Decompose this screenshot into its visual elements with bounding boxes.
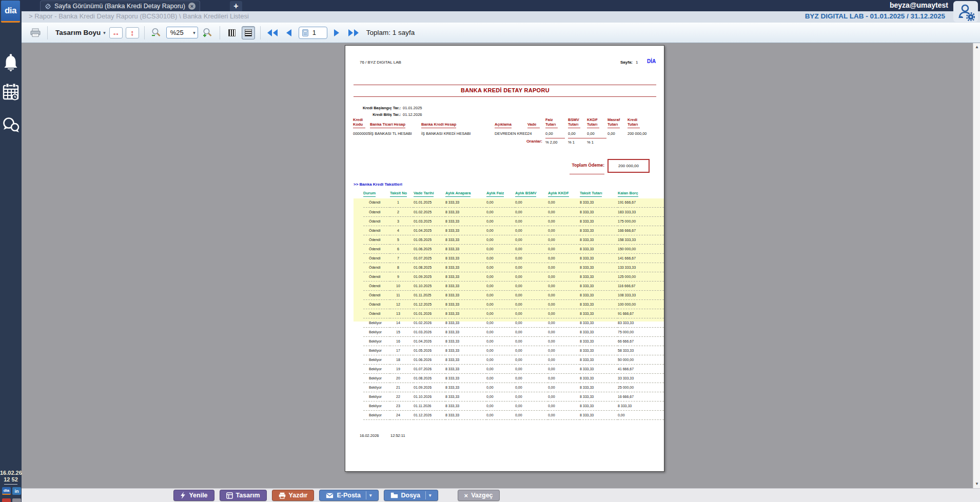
vertical-scrollbar[interactable]: ▲ ▼ [973, 43, 980, 488]
close-icon[interactable]: × [188, 3, 195, 10]
last-page-icon [348, 29, 359, 37]
installment-row: Ödendi401.04.20258 333,330,000,000,008 3… [363, 226, 664, 235]
report-brand: DİA [647, 58, 656, 64]
social-links-row2 [2, 498, 21, 502]
first-page-button[interactable] [266, 26, 279, 39]
scroll-down-icon[interactable]: ▼ [973, 480, 980, 488]
refresh-button[interactable]: Yenile [173, 490, 214, 501]
installment-row: Ödendi501.05.20258 333,330,000,000,008 3… [363, 235, 664, 244]
user-menu-button[interactable] [953, 1, 978, 22]
report-company-header: 76 / BYZ DIGITAL LAB [360, 60, 401, 65]
breadcrumb: > Rapor - Banka Kredi Detay Raporu (BCS3… [29, 12, 249, 20]
credit-table-data-row: 00000005İŞ BANKASI TL HESABIİŞ BANKASI K… [353, 129, 656, 137]
installment-row: Ödendi201.02.20258 333,330,000,000,008 3… [363, 207, 664, 216]
app-window: 16.02.26 12 52 dia in Sayfa Görünümü (Ba… [0, 0, 980, 502]
left-sidebar: 16.02.26 12 52 dia in [0, 0, 22, 502]
zoom-in-icon [203, 28, 212, 37]
credit-summary-table: Kredi KoduBanka Ticari HesapBanka Kredi … [353, 117, 656, 146]
installment-row: Ödendi1101.11.20258 333,330,000,000,008 … [363, 290, 664, 299]
email-button[interactable]: E-Posta ▾ [319, 490, 378, 501]
chevron-down-icon[interactable]: ▾ [369, 493, 372, 498]
divider [144, 26, 145, 39]
dia-logo[interactable]: dia [1, 1, 20, 23]
fit-width-button[interactable]: ↔ [109, 27, 123, 38]
design-button[interactable]: Tasarım [220, 490, 267, 501]
prev-page-icon [285, 29, 292, 37]
chat-icon [2, 117, 19, 133]
page-number-input[interactable]: 1 [299, 27, 327, 39]
calendar-button[interactable] [0, 83, 22, 101]
installment-row: Ödendi1001.10.20258 333,330,000,000,008 … [363, 281, 664, 290]
fit-height-icon: ↕ [130, 29, 134, 36]
bell-icon [3, 53, 18, 72]
installment-row: Bekliyor2001.08.20268 333,330,000,000,00… [363, 373, 664, 383]
installment-row: Bekliyor2201.10.20268 333,330,000,000,00… [363, 392, 664, 401]
dia-social-icon[interactable]: dia [2, 487, 11, 495]
zoom-level-select[interactable]: %25 ▾ [166, 27, 198, 38]
installment-row: Bekliyor2101.09.20268 333,330,000,000,00… [363, 383, 664, 392]
zoom-out-icon [151, 28, 161, 37]
continuous-view-button[interactable] [225, 26, 239, 39]
report-page: 76 / BYZ DIGITAL LAB Sayfa:1 DİA BANKA K… [345, 45, 664, 472]
print-button[interactable]: Yazdır [272, 490, 315, 501]
tab-bar: Sayfa Görünümü (Banka Kredi Detay Raporu… [0, 0, 980, 11]
youtube-icon[interactable] [2, 498, 11, 502]
total-pages-label: Toplam: 1 sayfa [366, 29, 415, 36]
installments-header-row: DurumTaksit NoVade TarihiAylık AnaparaAy… [363, 190, 664, 198]
divider [570, 174, 604, 174]
logged-in-user[interactable]: beyza@umaytest [890, 1, 948, 9]
installment-row: Ödendi801.08.20258 333,330,000,000,008 3… [363, 263, 664, 272]
chevron-down-icon[interactable]: ▾ [429, 493, 432, 498]
linkedin-icon[interactable]: in [12, 487, 21, 495]
credit-table-header-row: Kredi KoduBanka Ticari HesapBanka Kredi … [353, 117, 656, 129]
installment-row: Ödendi701.07.20258 333,330,000,000,008 3… [363, 253, 664, 263]
chat-button[interactable] [0, 117, 22, 133]
fit-width-icon: ↔ [112, 29, 120, 36]
installment-row: Bekliyor2301.11.20268 333,330,000,000,00… [363, 401, 664, 410]
next-page-button[interactable] [330, 26, 344, 39]
file-button[interactable]: Dosya ▾ [384, 490, 438, 501]
divider [260, 26, 261, 39]
tab-report-preview[interactable]: Sayfa Görünümü (Banka Kredi Detay Raporu… [40, 1, 200, 11]
new-tab-button[interactable]: + [230, 1, 242, 11]
preview-toolbar: Tasarım Boyu ▾ ↔ ↕ %25 ▾ [22, 23, 980, 43]
installment-row: Ödendi1201.12.20258 333,330,000,000,008 … [363, 299, 664, 309]
notifications-button[interactable] [0, 53, 22, 72]
tab-title: Sayfa Görünümü (Banka Kredi Detay Raporu… [54, 3, 185, 10]
zoom-in-button[interactable] [201, 26, 214, 39]
instagram-icon[interactable] [12, 498, 21, 502]
next-page-icon [334, 29, 340, 37]
continuous-view-icon [228, 29, 236, 36]
installment-row: Bekliyor2401.12.20268 333,330,000,000,00… [363, 410, 664, 419]
zoom-out-button[interactable] [150, 26, 163, 39]
installment-row: Bekliyor1701.05.20268 333,330,000,000,00… [363, 346, 664, 355]
design-icon [226, 492, 233, 499]
installment-row: Bekliyor1801.06.20268 333,330,000,000,00… [363, 355, 664, 364]
installment-row: Ödendi601.06.20258 333,330,000,000,008 3… [363, 244, 664, 253]
last-page-button[interactable] [347, 26, 360, 39]
cancel-button[interactable]: × Vazgeç [458, 490, 500, 501]
divider [366, 491, 366, 499]
refresh-icon [180, 492, 186, 499]
calculator-icon [302, 29, 308, 36]
folder-icon [390, 492, 398, 498]
scroll-up-icon[interactable]: ▲ [973, 43, 980, 51]
user-gear-icon [956, 3, 975, 21]
credit-rates-row: Oranlar:% 2,00% 1% 1 [353, 137, 656, 146]
installments-section-title: >> Banka Kredi Taksitleri [354, 182, 402, 187]
installment-row: Bekliyor1501.03.20268 333,330,000,000,00… [363, 327, 664, 336]
mail-icon [326, 493, 334, 498]
installment-row: Ödendi1301.01.20268 333,330,000,000,008 … [363, 309, 664, 318]
report-page-number: Sayfa:1 [620, 60, 638, 65]
prev-page-button[interactable] [282, 26, 296, 39]
print-quick-button[interactable] [29, 26, 42, 39]
divider [425, 491, 426, 499]
breadcrumb-bar: > Rapor - Banka Kredi Detay Raporu (BCS3… [22, 11, 980, 23]
design-size-dropdown[interactable]: Tasarım Boyu ▾ [53, 26, 106, 39]
printer-icon [30, 28, 41, 37]
single-page-view-button[interactable] [242, 26, 255, 39]
single-page-view-icon [245, 29, 252, 36]
calendar-clock-icon [3, 83, 19, 101]
fit-height-button[interactable]: ↕ [126, 27, 139, 38]
divider [354, 96, 656, 97]
